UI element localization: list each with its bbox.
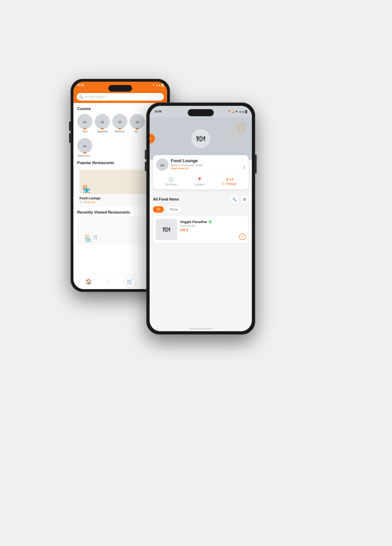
mexican-circle: ⛰ [112, 114, 127, 129]
back-status-area: 10:28 ▼ ▲▲ ▓ 🔍 Are you hungry !! [73, 82, 167, 103]
food-items-header: All Food Items 🔍 ⚙ [153, 195, 249, 203]
veggie-paradise-card[interactable]: 🍽 Veggie Paradise Food Lounge 230 $ ♡ [153, 216, 249, 243]
fork-spoon-icon: 🍽 [191, 129, 210, 148]
filter-icon: ⚙ [243, 197, 246, 202]
search-food-icon: 🔍 [232, 197, 237, 202]
cart-icon-recently: 🛒 [90, 232, 101, 242]
phone-front: 10:06 📍 🔔 ▼ ▲▲ ▓ 🍽 🍔 🌮 ‹ [146, 103, 255, 335]
filter-pizza[interactable]: Pizza [166, 206, 181, 213]
restaurant-address: Block A, Food street, 94025 [171, 164, 203, 167]
restaurant-info-left: ⛰ Food Lounge Block A, Food street, 9402… [156, 158, 203, 171]
food-name: Veggie Paradise [180, 220, 207, 224]
front-dynamic-island [188, 109, 214, 116]
restaurant-stats: 🕐 25-45-min 📍 Location ★ 0.0 0 + Ratings [156, 174, 245, 186]
front-time: 10:06 [154, 110, 162, 113]
demo-label: Demo Cui... [78, 154, 92, 157]
cuisine-italian[interactable]: ⛰ Ita... [130, 114, 145, 134]
hero-background: 🍽 🍔 🌮 [150, 117, 252, 160]
restaurant-avatar-icon: ⛰ [160, 162, 165, 167]
search-icon: 🔍 [79, 95, 83, 99]
back-status-bar: 10:28 ▼ ▲▲ ▓ [77, 84, 163, 86]
food-card-info: Veggie Paradise Food Lounge 230 $ [180, 219, 246, 240]
restaurant-avatar: ⛰ [156, 158, 168, 171]
restaurant-info-top: ⛰ Food Lounge Block A, Food street, 9402… [156, 158, 245, 171]
search-bar[interactable]: 🔍 Are you hungry !! [77, 93, 164, 101]
scene: 10:28 ▼ ▲▲ ▓ 🔍 Are you hungry !! C [66, 60, 326, 486]
clock-stat-icon: 🕐 [168, 177, 174, 182]
mexican-label: Mexican [115, 130, 125, 133]
front-battery: ▓ [245, 110, 247, 113]
nav-home[interactable]: 🏠 [85, 279, 92, 285]
food-items-section: All Food Items 🔍 ⚙ All Pizza [150, 192, 252, 246]
front-wifi-icon: ▼ [235, 110, 238, 113]
stat-location[interactable]: 📍 Location [195, 177, 205, 186]
heart-nav-icon: ♥ [107, 279, 109, 284]
filter-food-button[interactable]: ⚙ [240, 195, 249, 203]
cuisine-japanese[interactable]: ⛰ Japanese [95, 114, 110, 134]
filter-all[interactable]: All [153, 206, 164, 213]
front-signal-icons: 📍 🔔 ▼ ▲▲ ▓ [227, 110, 247, 113]
front-volume-down-button[interactable] [145, 162, 146, 171]
nav-heart[interactable]: ♥ [107, 279, 109, 284]
stat-time: 🕐 25-45-min [165, 177, 177, 186]
japanese-label: Japanese [96, 130, 108, 133]
food-favorite-icon[interactable]: ♡ [242, 219, 246, 224]
back-signal-icons: ▼ ▲▲ ▓ [152, 84, 163, 86]
home-indicator [189, 328, 212, 329]
food-items-title: All Food Items [153, 197, 179, 202]
veg-badge [209, 220, 212, 223]
food-name-row: Veggie Paradise [180, 220, 246, 224]
front-signal-bars: ▲▲ [239, 110, 244, 113]
cuisine-mexican[interactable]: ⛰ Mexican [112, 114, 127, 134]
restaurant-start-from: Start From 0 $ [171, 167, 203, 170]
share-button[interactable]: ⤴ [243, 165, 245, 170]
front-notification-icon: 🔔 [232, 110, 235, 113]
store-icon: 🏪 [82, 185, 91, 193]
star-icon: ★ [225, 177, 229, 182]
nav-cart-fab[interactable]: 🛒 [124, 276, 136, 287]
front-volume-up-button[interactable] [145, 150, 146, 159]
italian-circle: ⛰ [130, 114, 145, 129]
add-to-cart-button[interactable]: + [239, 234, 246, 240]
veg-dot [210, 221, 211, 223]
cuisine-thai[interactable]: ⛰ Thai [77, 114, 92, 134]
location-stat-icon: 📍 [197, 177, 202, 182]
favorite-button[interactable]: ♡ [241, 158, 245, 164]
search-food-button[interactable]: 🔍 [231, 195, 239, 203]
stat-rating: ★ 0.0 0 + Ratings [222, 177, 236, 186]
clock-icon: 🕐 [80, 201, 83, 204]
filter-tabs: All Pizza [153, 206, 249, 213]
cart-fab-icon: 🛒 [127, 279, 133, 285]
restaurant-actions: ♡ ⤴ [241, 158, 245, 170]
volume-up-button[interactable] [69, 122, 71, 131]
battery-icon: ▓ [161, 84, 163, 86]
food-price: 230 $ [180, 228, 246, 232]
back-time: 10:28 [77, 84, 84, 86]
hero-decoration-2: 🌮 [229, 131, 238, 140]
stat-time-label: 25-45-min [165, 183, 177, 186]
restaurant-hero: 🍽 🍔 🌮 ‹ [150, 117, 252, 160]
thai-label: Thai [82, 130, 87, 133]
home-icon: 🏠 [85, 279, 92, 285]
back-chevron-icon: ‹ [150, 136, 151, 141]
restaurant-text: Food Lounge Block A, Food street, 94025 … [171, 158, 203, 171]
volume-down-button[interactable] [69, 133, 71, 143]
food-restaurant: Food Lounge [180, 224, 246, 227]
cuisine-demo[interactable]: ⛰ Demo Cui... [77, 138, 92, 157]
food-items-actions: 🔍 ⚙ [231, 195, 249, 203]
food-image-placeholder: 🍽 [163, 225, 170, 234]
front-location-pin: 📍 [227, 110, 231, 113]
search-placeholder: Are you hungry !! [84, 95, 106, 98]
restaurant-name: Food Lounge [171, 158, 203, 163]
italian-label: Ita... [135, 130, 140, 133]
rating-value: 0.0 [229, 178, 233, 181]
restaurant-info-card: ⛰ Food Lounge Block A, Food street, 9402… [153, 155, 249, 189]
signal-icon: ▲▲ [155, 84, 161, 86]
japanese-circle: ⛰ [95, 114, 110, 129]
front-phone-screen: 10:06 📍 🔔 ▼ ▲▲ ▓ 🍽 🍔 🌮 ‹ [150, 106, 252, 331]
front-power-button[interactable] [255, 155, 257, 174]
thai-circle: ⛰ [77, 114, 92, 129]
stat-location-label: Location [195, 183, 205, 186]
wifi-icon: ▼ [152, 84, 155, 86]
rating-label: 0 + Ratings [222, 182, 236, 185]
